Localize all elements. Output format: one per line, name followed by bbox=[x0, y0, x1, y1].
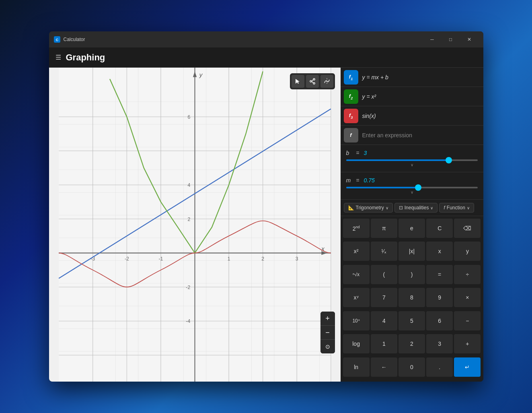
key-reciprocal[interactable]: ¹⁄ₓ bbox=[371, 242, 397, 261]
key-7[interactable]: 7 bbox=[371, 288, 397, 307]
function-badge-label-1: f1 bbox=[349, 74, 353, 81]
function-item-2[interactable]: f2 y = x² bbox=[341, 87, 483, 106]
key-1[interactable]: 1 bbox=[371, 334, 397, 353]
key-multiply[interactable]: × bbox=[454, 288, 481, 307]
svg-text:y: y bbox=[199, 71, 203, 78]
key-y[interactable]: y bbox=[454, 242, 481, 261]
slider-m-expand[interactable]: ∨ bbox=[346, 190, 478, 194]
key-2[interactable]: 2 bbox=[398, 334, 425, 353]
zoom-reset-button[interactable]: ⊙ bbox=[320, 340, 335, 353]
function-badge-1: f1 bbox=[344, 70, 358, 85]
share-tool-button[interactable] bbox=[306, 75, 319, 88]
key-subtract[interactable]: − bbox=[454, 311, 481, 330]
zoom-controls: + − ⊙ bbox=[320, 312, 335, 353]
app-header: ☰ Graphing bbox=[49, 47, 483, 68]
slider-b-expand[interactable]: ∨ bbox=[346, 163, 478, 167]
menu-icon[interactable]: ☰ bbox=[55, 54, 61, 61]
key-enter[interactable]: ↵ bbox=[454, 357, 481, 377]
app-icon: C bbox=[54, 36, 60, 43]
variable-m-row: m = 0.75 bbox=[346, 177, 478, 184]
ineq-chevron: ∨ bbox=[430, 206, 433, 210]
key-equals[interactable]: = bbox=[426, 265, 453, 284]
key-clear[interactable]: C bbox=[426, 219, 453, 238]
key-5[interactable]: 5 bbox=[398, 311, 425, 330]
keyboard-grid: 2nd π e C ⌫ x² ¹⁄ₓ |x| x y ⁿ√x ( ) = ÷ bbox=[341, 216, 483, 382]
key-x-power-y[interactable]: xʸ bbox=[343, 288, 370, 307]
trace-tool-button[interactable] bbox=[320, 75, 333, 88]
inequalities-menu-button[interactable]: ⊡ Inequalities ∨ bbox=[394, 203, 438, 213]
key-10-power-x[interactable]: 10ˣ bbox=[343, 311, 370, 330]
function-expr-1: y = mx + b bbox=[362, 74, 388, 81]
variable-m-section: m = 0.75 ∨ bbox=[341, 172, 483, 200]
svg-point-62 bbox=[313, 83, 315, 84]
titlebar: C Calculator ─ □ ✕ bbox=[49, 31, 483, 47]
keyboard-section: 📐 Trigonometry ∨ ⊡ Inequalities ∨ f Func… bbox=[341, 200, 483, 382]
svg-text:-2: -2 bbox=[186, 285, 190, 290]
close-button[interactable]: ✕ bbox=[460, 33, 479, 46]
key-decimal[interactable]: . bbox=[426, 357, 453, 377]
func-chevron: ∨ bbox=[467, 206, 470, 210]
key-6[interactable]: 6 bbox=[426, 311, 453, 330]
key-e[interactable]: e bbox=[398, 219, 425, 238]
key-9[interactable]: 9 bbox=[426, 288, 453, 307]
key-pi[interactable]: π bbox=[371, 219, 397, 238]
key-4[interactable]: 4 bbox=[371, 311, 397, 330]
function-badge-4: f bbox=[344, 128, 358, 142]
variable-m-slider[interactable] bbox=[346, 187, 478, 188]
key-backspace[interactable]: ⌫ bbox=[454, 219, 481, 238]
key-open-paren[interactable]: ( bbox=[371, 265, 397, 284]
key-x-squared[interactable]: x² bbox=[343, 242, 370, 261]
svg-marker-60 bbox=[296, 79, 300, 84]
graph-toolbar bbox=[290, 73, 335, 89]
slider-b-thumb[interactable] bbox=[446, 157, 452, 163]
svg-text:-1: -1 bbox=[158, 256, 163, 262]
svg-text:4: 4 bbox=[187, 182, 190, 188]
key-8[interactable]: 8 bbox=[398, 288, 425, 307]
maximize-button[interactable]: □ bbox=[442, 33, 460, 46]
slider-m-thumb[interactable] bbox=[415, 184, 421, 191]
key-divide[interactable]: ÷ bbox=[454, 265, 481, 284]
function-item-3[interactable]: f3 sin(x) bbox=[341, 106, 483, 126]
svg-text:3: 3 bbox=[295, 256, 298, 262]
key-close-paren[interactable]: ) bbox=[398, 265, 425, 284]
svg-text:2: 2 bbox=[187, 217, 190, 222]
trigonometry-menu-button[interactable]: 📐 Trigonometry ∨ bbox=[344, 203, 393, 213]
key-left-arrow[interactable]: ← bbox=[371, 357, 397, 377]
right-panel: f1 y = mx + b f2 y = x² f3 sin(x) bbox=[341, 68, 483, 382]
function-menu-button[interactable]: f Function ∨ bbox=[439, 203, 474, 213]
function-item-1[interactable]: f1 y = mx + b bbox=[341, 68, 483, 87]
key-0[interactable]: 0 bbox=[398, 357, 425, 377]
mode-title: Graphing bbox=[66, 52, 105, 63]
variable-m-eq: = bbox=[355, 177, 361, 184]
variable-m-label: m bbox=[346, 177, 352, 184]
function-expr-3: sin(x) bbox=[362, 113, 376, 119]
variable-b-label: b bbox=[346, 150, 352, 156]
func-icon: f bbox=[444, 205, 445, 211]
svg-point-63 bbox=[310, 81, 312, 82]
zoom-in-button[interactable]: + bbox=[320, 312, 335, 325]
zoom-out-button[interactable]: − bbox=[320, 326, 335, 339]
select-tool-button[interactable] bbox=[292, 75, 304, 88]
slider-b-track bbox=[346, 159, 478, 161]
key-3[interactable]: 3 bbox=[426, 334, 453, 353]
slider-m-fill bbox=[346, 187, 419, 188]
key-add[interactable]: + bbox=[454, 334, 481, 353]
key-ln[interactable]: ln bbox=[343, 357, 370, 377]
key-x[interactable]: x bbox=[426, 242, 453, 261]
key-log[interactable]: log bbox=[343, 334, 370, 353]
window-controls: ─ □ ✕ bbox=[423, 33, 479, 46]
variable-b-row: b = 3 bbox=[346, 150, 478, 156]
function-item-4[interactable]: f Enter an expression bbox=[341, 126, 483, 145]
main-content: y x -3 -2 -1 1 2 3 6 4 2 -2 -4 bbox=[49, 68, 483, 382]
key-2nd[interactable]: 2nd bbox=[343, 219, 370, 238]
key-nth-root[interactable]: ⁿ√x bbox=[343, 265, 370, 284]
calculator-window: C Calculator ─ □ ✕ ☰ Graphing bbox=[49, 31, 483, 382]
function-expr-2: y = x² bbox=[362, 93, 376, 100]
minimize-button[interactable]: ─ bbox=[423, 33, 442, 46]
variable-b-slider[interactable] bbox=[346, 159, 478, 161]
graph-svg: y x -3 -2 -1 1 2 3 6 4 2 -2 -4 bbox=[49, 68, 341, 382]
svg-text:-2: -2 bbox=[124, 256, 129, 262]
variable-b-eq: = bbox=[355, 150, 361, 156]
key-abs[interactable]: |x| bbox=[398, 242, 425, 261]
ineq-icon: ⊡ bbox=[399, 205, 403, 211]
